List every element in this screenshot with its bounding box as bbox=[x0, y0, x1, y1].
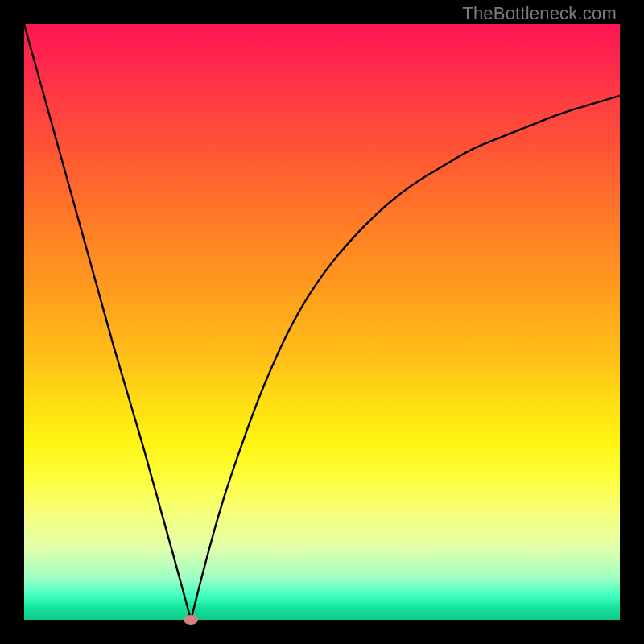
optimum-marker bbox=[184, 615, 198, 625]
plot-area bbox=[24, 24, 620, 620]
bottleneck-curve bbox=[24, 24, 620, 620]
chart-frame: TheBottleneck.com bbox=[0, 0, 644, 644]
curve-right-branch bbox=[191, 96, 620, 620]
curve-left-branch bbox=[24, 24, 191, 620]
watermark-text: TheBottleneck.com bbox=[462, 3, 617, 24]
